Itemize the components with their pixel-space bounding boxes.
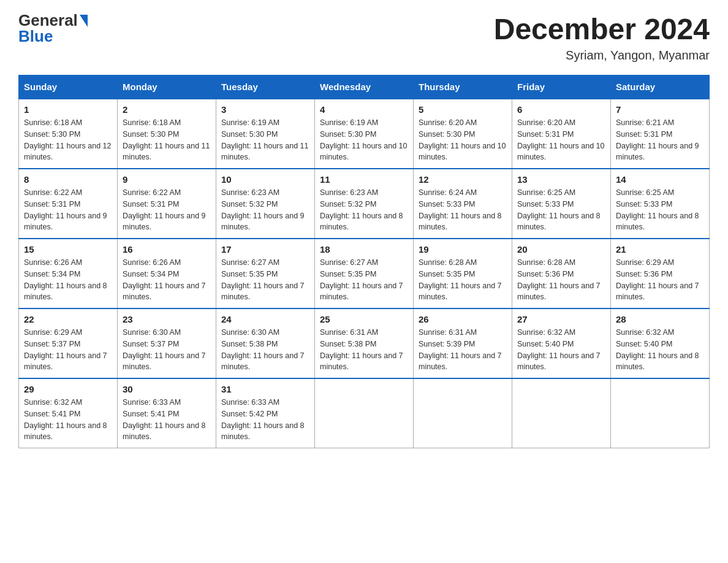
day-number: 5 xyxy=(419,104,507,115)
day-info: Sunrise: 6:18 AMSunset: 5:30 PMDaylight:… xyxy=(24,117,112,163)
calendar-cell: 24Sunrise: 6:30 AMSunset: 5:38 PMDayligh… xyxy=(216,308,315,378)
col-header-sunday: Sunday xyxy=(19,75,118,99)
day-info: Sunrise: 6:26 AMSunset: 5:34 PMDaylight:… xyxy=(123,257,211,303)
day-info: Sunrise: 6:32 AMSunset: 5:40 PMDaylight:… xyxy=(517,327,605,373)
day-number: 27 xyxy=(517,314,605,324)
day-info: Sunrise: 6:30 AMSunset: 5:38 PMDaylight:… xyxy=(221,327,309,373)
calendar-cell xyxy=(315,378,414,448)
col-header-thursday: Thursday xyxy=(414,75,512,99)
day-number: 29 xyxy=(24,384,112,394)
calendar-cell: 20Sunrise: 6:28 AMSunset: 5:36 PMDayligh… xyxy=(512,239,611,308)
day-number: 16 xyxy=(123,244,211,255)
day-info: Sunrise: 6:33 AMSunset: 5:41 PMDaylight:… xyxy=(123,397,211,443)
day-info: Sunrise: 6:23 AMSunset: 5:32 PMDaylight:… xyxy=(320,187,408,233)
calendar-cell: 12Sunrise: 6:24 AMSunset: 5:33 PMDayligh… xyxy=(414,169,512,239)
title-block: December 2024 Syriam, Yangon, Myanmar xyxy=(494,12,710,63)
day-info: Sunrise: 6:32 AMSunset: 5:41 PMDaylight:… xyxy=(24,397,112,443)
day-info: Sunrise: 6:29 AMSunset: 5:37 PMDaylight:… xyxy=(24,327,112,373)
logo-general-text: General xyxy=(18,12,88,28)
calendar-cell: 8Sunrise: 6:22 AMSunset: 5:31 PMDaylight… xyxy=(19,169,118,239)
day-info: Sunrise: 6:32 AMSunset: 5:40 PMDaylight:… xyxy=(616,327,704,373)
day-info: Sunrise: 6:24 AMSunset: 5:33 PMDaylight:… xyxy=(419,187,507,233)
day-number: 1 xyxy=(24,104,112,115)
day-info: Sunrise: 6:19 AMSunset: 5:30 PMDaylight:… xyxy=(221,117,309,163)
day-info: Sunrise: 6:23 AMSunset: 5:32 PMDaylight:… xyxy=(221,187,309,233)
day-info: Sunrise: 6:33 AMSunset: 5:42 PMDaylight:… xyxy=(221,397,309,443)
day-number: 20 xyxy=(517,244,605,255)
day-number: 21 xyxy=(616,244,704,255)
col-header-tuesday: Tuesday xyxy=(216,75,315,99)
day-info: Sunrise: 6:28 AMSunset: 5:35 PMDaylight:… xyxy=(419,257,507,303)
calendar-cell: 29Sunrise: 6:32 AMSunset: 5:41 PMDayligh… xyxy=(19,378,118,448)
week-row-1: 1Sunrise: 6:18 AMSunset: 5:30 PMDaylight… xyxy=(19,99,710,169)
day-number: 12 xyxy=(419,174,507,185)
calendar-cell: 13Sunrise: 6:25 AMSunset: 5:33 PMDayligh… xyxy=(512,169,611,239)
day-number: 19 xyxy=(419,244,507,255)
day-info: Sunrise: 6:22 AMSunset: 5:31 PMDaylight:… xyxy=(24,187,112,233)
week-row-2: 8Sunrise: 6:22 AMSunset: 5:31 PMDaylight… xyxy=(19,169,710,239)
logo-blue-text: Blue xyxy=(18,28,88,44)
calendar-cell: 25Sunrise: 6:31 AMSunset: 5:38 PMDayligh… xyxy=(315,308,414,378)
day-number: 2 xyxy=(123,104,211,115)
page-header: General Blue December 2024 Syriam, Yango… xyxy=(18,12,710,63)
calendar-cell: 3Sunrise: 6:19 AMSunset: 5:30 PMDaylight… xyxy=(216,99,315,169)
col-header-monday: Monday xyxy=(118,75,216,99)
calendar-cell: 17Sunrise: 6:27 AMSunset: 5:35 PMDayligh… xyxy=(216,239,315,308)
calendar-table: SundayMondayTuesdayWednesdayThursdayFrid… xyxy=(18,75,710,448)
day-info: Sunrise: 6:20 AMSunset: 5:31 PMDaylight:… xyxy=(517,117,605,163)
location: Syriam, Yangon, Myanmar xyxy=(494,48,710,63)
day-info: Sunrise: 6:27 AMSunset: 5:35 PMDaylight:… xyxy=(320,257,408,303)
calendar-cell: 30Sunrise: 6:33 AMSunset: 5:41 PMDayligh… xyxy=(118,378,216,448)
calendar-cell xyxy=(414,378,512,448)
calendar-cell: 27Sunrise: 6:32 AMSunset: 5:40 PMDayligh… xyxy=(512,308,611,378)
calendar-header: SundayMondayTuesdayWednesdayThursdayFrid… xyxy=(19,75,710,99)
calendar-cell: 28Sunrise: 6:32 AMSunset: 5:40 PMDayligh… xyxy=(611,308,710,378)
calendar-cell: 1Sunrise: 6:18 AMSunset: 5:30 PMDaylight… xyxy=(19,99,118,169)
calendar-cell: 2Sunrise: 6:18 AMSunset: 5:30 PMDaylight… xyxy=(118,99,216,169)
day-info: Sunrise: 6:28 AMSunset: 5:36 PMDaylight:… xyxy=(517,257,605,303)
day-info: Sunrise: 6:25 AMSunset: 5:33 PMDaylight:… xyxy=(517,187,605,233)
day-number: 13 xyxy=(517,174,605,185)
calendar-cell: 31Sunrise: 6:33 AMSunset: 5:42 PMDayligh… xyxy=(216,378,315,448)
col-header-friday: Friday xyxy=(512,75,611,99)
day-info: Sunrise: 6:21 AMSunset: 5:31 PMDaylight:… xyxy=(616,117,704,163)
header-row: SundayMondayTuesdayWednesdayThursdayFrid… xyxy=(19,75,710,99)
day-info: Sunrise: 6:30 AMSunset: 5:37 PMDaylight:… xyxy=(123,327,211,373)
day-number: 23 xyxy=(123,314,211,324)
day-number: 3 xyxy=(221,104,309,115)
calendar-cell: 11Sunrise: 6:23 AMSunset: 5:32 PMDayligh… xyxy=(315,169,414,239)
day-number: 22 xyxy=(24,314,112,324)
day-number: 30 xyxy=(123,384,211,394)
day-number: 9 xyxy=(123,174,211,185)
day-number: 14 xyxy=(616,174,704,185)
calendar-cell: 7Sunrise: 6:21 AMSunset: 5:31 PMDaylight… xyxy=(611,99,710,169)
day-number: 11 xyxy=(320,174,408,185)
logo-triangle-icon xyxy=(80,15,88,27)
calendar-cell: 18Sunrise: 6:27 AMSunset: 5:35 PMDayligh… xyxy=(315,239,414,308)
calendar-cell: 14Sunrise: 6:25 AMSunset: 5:33 PMDayligh… xyxy=(611,169,710,239)
col-header-saturday: Saturday xyxy=(611,75,710,99)
day-number: 10 xyxy=(221,174,309,185)
calendar-cell: 4Sunrise: 6:19 AMSunset: 5:30 PMDaylight… xyxy=(315,99,414,169)
day-number: 6 xyxy=(517,104,605,115)
month-title: December 2024 xyxy=(494,12,710,46)
day-number: 25 xyxy=(320,314,408,324)
calendar-cell: 19Sunrise: 6:28 AMSunset: 5:35 PMDayligh… xyxy=(414,239,512,308)
day-info: Sunrise: 6:29 AMSunset: 5:36 PMDaylight:… xyxy=(616,257,704,303)
day-info: Sunrise: 6:31 AMSunset: 5:38 PMDaylight:… xyxy=(320,327,408,373)
calendar-cell: 9Sunrise: 6:22 AMSunset: 5:31 PMDaylight… xyxy=(118,169,216,239)
calendar-cell: 22Sunrise: 6:29 AMSunset: 5:37 PMDayligh… xyxy=(19,308,118,378)
calendar-cell xyxy=(512,378,611,448)
day-number: 24 xyxy=(221,314,309,324)
day-info: Sunrise: 6:20 AMSunset: 5:30 PMDaylight:… xyxy=(419,117,507,163)
day-number: 31 xyxy=(221,384,309,394)
calendar-cell xyxy=(611,378,710,448)
day-info: Sunrise: 6:19 AMSunset: 5:30 PMDaylight:… xyxy=(320,117,408,163)
day-info: Sunrise: 6:27 AMSunset: 5:35 PMDaylight:… xyxy=(221,257,309,303)
week-row-4: 22Sunrise: 6:29 AMSunset: 5:37 PMDayligh… xyxy=(19,308,710,378)
logo: General Blue xyxy=(18,12,88,44)
day-info: Sunrise: 6:25 AMSunset: 5:33 PMDaylight:… xyxy=(616,187,704,233)
day-number: 15 xyxy=(24,244,112,255)
day-info: Sunrise: 6:31 AMSunset: 5:39 PMDaylight:… xyxy=(419,327,507,373)
calendar-cell: 5Sunrise: 6:20 AMSunset: 5:30 PMDaylight… xyxy=(414,99,512,169)
